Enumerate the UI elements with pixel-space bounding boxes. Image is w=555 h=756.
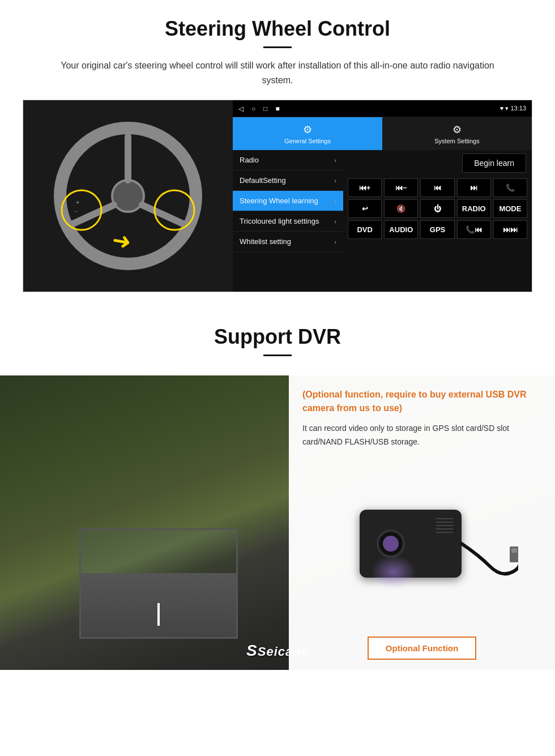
android-nav-icons: ◁ ○ □ ■ [238, 105, 280, 113]
chevron-icon: › [334, 198, 336, 204]
svg-text:−: − [74, 208, 77, 214]
back-icon[interactable]: ◁ [238, 105, 244, 113]
dvd-button[interactable]: DVD [348, 220, 382, 239]
dvr-description: It can record video only to storage in G… [302, 422, 541, 449]
begin-learn-button[interactable]: Begin learn [462, 153, 526, 173]
gps-button[interactable]: GPS [420, 220, 454, 239]
menu-item-steering-wheel-learning[interactable]: Steering Wheel learning › [233, 191, 343, 211]
swc-title: Steering Wheel Control [23, 17, 532, 41]
dvr-section: Support DVR SSeicane (Optional function,… [0, 309, 555, 670]
menu-item-radio[interactable]: Radio › [233, 150, 343, 170]
android-ui-panel: ◁ ○ □ ■ ♥ ▾ 13:13 ⚙ General Settings ⚙ [233, 100, 532, 292]
begin-learn-row: Begin learn [343, 150, 532, 176]
controls-panel: Begin learn ⏮+ ⏮− ⏮ ⏭ 📞 ↩ 🔇 [343, 150, 532, 292]
radio-button[interactable]: RADIO [457, 199, 491, 218]
recents-icon[interactable]: □ [263, 105, 267, 113]
menu-tricoloured-label: Tricoloured light settings [240, 217, 319, 225]
chevron-icon: › [334, 218, 336, 225]
phone-prev-button[interactable]: 📞⏮ [457, 220, 491, 239]
signal-icon: ♥ ▾ [500, 105, 509, 112]
steering-wheel-svg: + − ➜ [43, 117, 213, 275]
general-settings-icon: ⚙ [303, 123, 312, 136]
dvr-title: Support DVR [0, 325, 555, 349]
btn-row-1: ⏮+ ⏮− ⏮ ⏭ 📞 [348, 178, 527, 197]
vol-down-button[interactable]: ⏮− [384, 178, 418, 197]
menu-defaultsetting-label: DefaultSetting [240, 176, 286, 185]
dvr-inset-image [79, 528, 238, 639]
menu-controls-area: Radio › DefaultSetting › Steering Wheel … [233, 150, 532, 292]
menu-icon[interactable]: ■ [276, 105, 280, 113]
chevron-icon: › [334, 238, 336, 245]
swc-demo-area: + − ➜ ◁ ○ □ ■ ♥ ▾ 13:13 [23, 100, 532, 292]
swc-section: Steering Wheel Control Your original car… [0, 0, 555, 304]
usb-cable-svg [326, 493, 518, 595]
dvr-title-divider [263, 354, 292, 356]
power-button[interactable]: ⏻ [420, 199, 454, 218]
hangup-button[interactable]: ↩ [348, 199, 382, 218]
dvr-photo-background: SSeicane (Optional function, require to … [0, 375, 555, 670]
menu-item-whitelist[interactable]: Whitelist setting › [233, 232, 343, 252]
btn-row-3: DVD AUDIO GPS 📞⏮ ⏭⏭ [348, 220, 527, 239]
optional-function-button[interactable]: Optional Function [368, 637, 476, 660]
home-icon[interactable]: ○ [251, 105, 255, 113]
mode-button[interactable]: MODE [493, 199, 527, 218]
dvr-inset-road-line [157, 603, 160, 626]
svg-text:+: + [76, 199, 79, 206]
steering-wheel-photo: + − ➜ [23, 100, 233, 292]
chevron-icon: › [334, 177, 336, 184]
dvr-header: Support DVR [0, 309, 555, 375]
time-display: 13:13 [510, 105, 526, 112]
menu-whitelist-label: Whitelist setting [240, 237, 291, 246]
svg-rect-11 [511, 548, 517, 553]
android-topbar: ◁ ○ □ ■ ♥ ▾ 13:13 [233, 100, 532, 117]
system-settings-label: System Settings [434, 138, 479, 144]
menu-steering-label: Steering Wheel learning [240, 197, 318, 205]
dvr-optional-text: (Optional function, require to buy exter… [302, 388, 541, 415]
system-settings-icon: ⚙ [452, 123, 462, 136]
camera-glow [371, 555, 416, 589]
seicane-s: S [246, 642, 258, 659]
svg-line-4 [142, 205, 190, 227]
btn-row-2: ↩ 🔇 ⏻ RADIO MODE [348, 199, 527, 218]
menu-item-tricoloured[interactable]: Tricoloured light settings › [233, 211, 343, 232]
settings-tabs: ⚙ General Settings ⚙ System Settings [233, 117, 532, 150]
general-settings-label: General Settings [284, 138, 331, 144]
mute-button[interactable]: 🔇 [384, 199, 418, 218]
svg-line-3 [66, 205, 114, 227]
dvr-camera-image [302, 459, 541, 629]
title-divider [263, 46, 292, 48]
phone-button[interactable]: 📞 [493, 178, 527, 197]
menu-radio-label: Radio [240, 156, 259, 164]
dvr-info-box: (Optional function, require to buy exter… [289, 375, 555, 670]
chevron-icon: › [334, 157, 336, 164]
next-button[interactable]: ⏭ [457, 178, 491, 197]
svg-text:➜: ➜ [110, 227, 133, 254]
swc-subtitle: Your original car's steering wheel contr… [45, 58, 510, 87]
android-status: ♥ ▾ 13:13 [500, 105, 526, 112]
vol-up-button[interactable]: ⏮+ [348, 178, 382, 197]
tab-general-settings[interactable]: ⚙ General Settings [233, 117, 382, 150]
skip-next-button[interactable]: ⏭⏭ [493, 220, 527, 239]
prev-button[interactable]: ⏮ [420, 178, 454, 197]
control-buttons-area: ⏮+ ⏮− ⏮ ⏭ 📞 ↩ 🔇 ⏻ RADIO MODE [343, 176, 532, 241]
svg-point-1 [112, 180, 144, 212]
optional-fn-row: Optional Function [302, 637, 541, 660]
audio-button[interactable]: AUDIO [384, 220, 418, 239]
menu-list: Radio › DefaultSetting › Steering Wheel … [233, 150, 343, 292]
menu-item-defaultsetting[interactable]: DefaultSetting › [233, 170, 343, 191]
tab-system-settings[interactable]: ⚙ System Settings [382, 117, 532, 150]
